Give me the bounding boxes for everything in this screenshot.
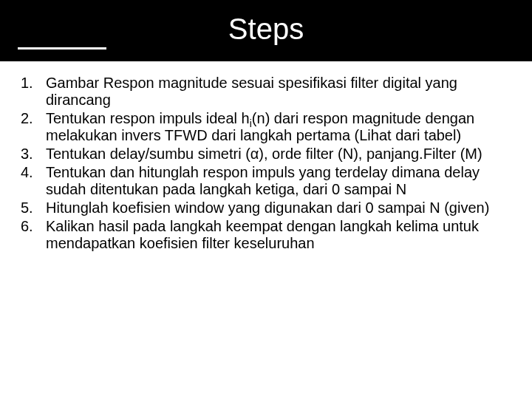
title-bar: Steps <box>0 0 532 61</box>
item-number: 1. <box>21 75 46 109</box>
list-item: 5. Hitunglah koefisien window yang digun… <box>21 200 511 216</box>
item-text: Tentukan respon impuls ideal hi(n) dari … <box>46 110 511 144</box>
list-item: 1. Gambar Respon magnitude sesuai spesif… <box>21 75 511 109</box>
list-item: 2. Tentukan respon impuls ideal hi(n) da… <box>21 110 511 144</box>
steps-list: 1. Gambar Respon magnitude sesuai spesif… <box>21 75 511 252</box>
item-text: Tentukan delay/sumbu simetri (α), orde f… <box>46 146 511 163</box>
item-number: 4. <box>21 164 46 198</box>
slide: Steps 1. Gambar Respon magnitude sesuai … <box>0 0 532 399</box>
list-item: 6. Kalikan hasil pada langkah keempat de… <box>21 218 511 252</box>
item-text: Hitunglah koefisien window yang digunaka… <box>46 200 511 216</box>
item-number: 2. <box>21 110 46 144</box>
title-underline <box>18 47 106 50</box>
item-text: Kalikan hasil pada langkah keempat denga… <box>46 218 511 252</box>
item-text: Tentukan dan hitunglah respon impuls yan… <box>46 164 511 198</box>
item-number: 5. <box>21 200 46 216</box>
item-number: 3. <box>21 146 46 163</box>
list-item: 3. Tentukan delay/sumbu simetri (α), ord… <box>21 146 511 163</box>
item-text: Gambar Respon magnitude sesuai spesifika… <box>46 75 511 109</box>
item-number: 6. <box>21 218 46 252</box>
slide-title: Steps <box>0 13 532 44</box>
list-item: 4. Tentukan dan hitunglah respon impuls … <box>21 164 511 198</box>
slide-body: 1. Gambar Respon magnitude sesuai spesif… <box>0 61 532 252</box>
